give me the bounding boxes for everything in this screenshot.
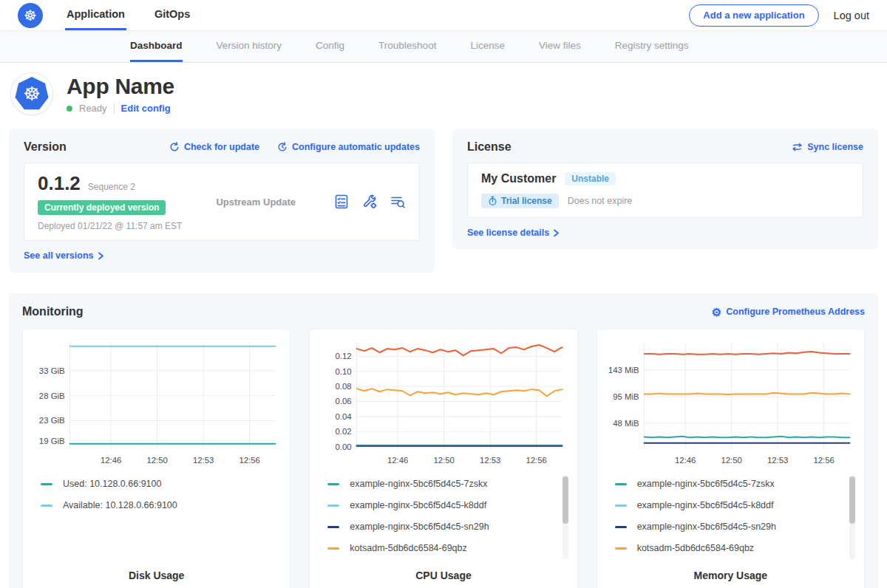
scrollbar-thumb[interactable] [849, 476, 855, 524]
legend-swatch [327, 526, 339, 528]
check-for-update-button[interactable]: Check for update [169, 142, 259, 152]
svg-text:23 GiB: 23 GiB [39, 417, 65, 425]
legend-item: example-nginx-5bc6f5d4c5-sn29h [615, 516, 855, 538]
svg-text:0.08: 0.08 [336, 382, 352, 391]
legend-label: example-nginx-5bc6f5d4c5-sn29h [350, 522, 489, 532]
legend-label: example-nginx-5bc6f5d4c5-k8ddf [637, 500, 774, 510]
chart-plot: 0.000.020.040.060.080.100.1212:4612:5012… [319, 338, 568, 468]
version-card: Version Check for update Configure autom… [9, 129, 435, 273]
svg-text:12:46: 12:46 [101, 456, 122, 465]
subnav-tab-version-history[interactable]: Version history [217, 31, 282, 62]
configure-prometheus-button[interactable]: ⚙ Configure Prometheus Address [712, 307, 865, 318]
svg-text:12:46: 12:46 [675, 456, 696, 465]
subnav-tab-troubleshoot[interactable]: Troubleshoot [378, 31, 436, 62]
app-icon: ☸ [10, 72, 53, 115]
svg-text:12:53: 12:53 [767, 456, 789, 465]
legend-swatch [615, 547, 627, 550]
svg-text:143 MiB: 143 MiB [608, 366, 639, 375]
configure-automatic-updates-button[interactable]: Configure automatic updates [277, 142, 420, 152]
edit-config-link[interactable]: Edit config [121, 103, 171, 114]
chart-title: Memory Usage [606, 562, 855, 581]
subnav-tab-dashboard[interactable]: Dashboard [130, 31, 183, 62]
subnav-tab-license[interactable]: License [470, 31, 505, 62]
version-number: 0.1.2 [38, 172, 81, 195]
topnav-tabs: ApplicationGitOps [65, 0, 191, 30]
svg-text:0.12: 0.12 [336, 352, 352, 360]
upstream-update-label: Upstream Update [216, 196, 333, 208]
view-logs-icon[interactable] [390, 194, 406, 210]
legend-swatch [615, 526, 627, 528]
legend-item: example-nginx-5bc6f5d4c5-sn29h [327, 516, 568, 538]
app-header: ☸ App Name Ready Edit config [0, 63, 887, 124]
legend-scrollbar[interactable] [849, 475, 855, 559]
license-expiry: Does not expire [568, 196, 633, 206]
chart-title: Disk Usage [32, 562, 281, 581]
gear-icon: ⚙ [712, 307, 721, 318]
monitoring-title: Monitoring [22, 305, 84, 318]
memory-usage-chart-card: 48 MiB95 MiB143 MiB12:4612:5012:5312:56 … [597, 329, 865, 588]
channel-badge: Unstable [565, 172, 616, 185]
chart-plot: 48 MiB95 MiB143 MiB12:4612:5012:5312:56 [606, 338, 855, 468]
legend-scrollbar[interactable] [563, 475, 568, 559]
trial-license-badge: Trial license [481, 194, 559, 208]
svg-text:0.04: 0.04 [336, 412, 352, 421]
app-sub-nav: DashboardVersion historyConfigTroublesho… [0, 31, 887, 63]
chart-legend: example-nginx-5bc6f5d4c5-7zskxexample-ng… [606, 474, 855, 562]
stopwatch-icon [488, 196, 497, 206]
svg-text:33 GiB: 33 GiB [39, 366, 65, 375]
version-card-title: Version [24, 140, 67, 154]
topnav-tab-gitops[interactable]: GitOps [153, 0, 191, 30]
scrollbar-thumb[interactable] [563, 476, 568, 524]
legend-item: Used: 10.128.0.66:9100 [41, 474, 281, 495]
current-version-card: 0.1.2 Sequence 2 Currently deployed vers… [24, 163, 420, 241]
chart-canvas: 0.000.020.040.060.080.100.1212:4612:5012… [319, 338, 568, 468]
page-title: App Name [67, 74, 174, 98]
svg-text:12:50: 12:50 [721, 456, 742, 465]
legend-label: example-nginx-5bc6f5d4c5-k8ddf [350, 500, 486, 510]
legend-label: Available: 10.128.0.66:9100 [63, 500, 177, 510]
subnav-tab-registry-settings[interactable]: Registry settings [615, 31, 689, 62]
svg-text:95 MiB: 95 MiB [613, 392, 639, 401]
legend-swatch [41, 505, 52, 507]
add-new-application-button[interactable]: Add a new application [689, 4, 818, 27]
chart-legend: Used: 10.128.0.66:9100Available: 10.128.… [32, 474, 281, 562]
svg-text:48 MiB: 48 MiB [613, 419, 639, 428]
top-nav: ☸ ApplicationGitOps Add a new applicatio… [0, 0, 887, 31]
customer-name: My Customer [481, 172, 556, 185]
see-license-details-link[interactable]: See license details [467, 228, 863, 238]
chevron-right-icon [98, 252, 104, 260]
legend-label: kotsadm-5db6dc6584-69qbz [350, 543, 466, 553]
subnav-tab-config[interactable]: Config [316, 31, 344, 62]
svg-text:12:53: 12:53 [193, 456, 214, 465]
sync-license-button[interactable]: Sync license [792, 142, 863, 152]
see-all-versions-link[interactable]: See all versions [24, 250, 420, 261]
legend-label: example-nginx-5bc6f5d4c5-sn29h [637, 522, 776, 532]
disk-usage-chart-card: 19 GiB23 GiB28 GiB33 GiB12:4612:5012:531… [22, 329, 290, 588]
currently-deployed-badge: Currently deployed version [38, 200, 166, 215]
monitoring-section: Monitoring ⚙ Configure Prometheus Addres… [9, 293, 878, 588]
preflight-checks-icon[interactable] [333, 194, 350, 210]
logout-button[interactable]: Log out [834, 10, 869, 21]
subnav-tab-view-files[interactable]: View files [539, 31, 581, 62]
sync-arrows-icon [792, 142, 803, 152]
chart-plot: 19 GiB23 GiB28 GiB33 GiB12:4612:5012:531… [32, 338, 281, 468]
svg-text:12:56: 12:56 [813, 456, 835, 465]
legend-item: Available: 10.128.0.66:9100 [41, 495, 281, 516]
svg-text:28 GiB: 28 GiB [39, 392, 65, 400]
kubernetes-wheel-icon: ☸ [15, 77, 49, 111]
divider [114, 103, 115, 114]
license-card-title: License [467, 140, 512, 154]
license-info-card: My Customer Unstable Trial license Does … [467, 163, 863, 218]
legend-swatch [41, 483, 52, 485]
config-wrench-icon[interactable] [361, 194, 378, 210]
chevron-right-icon [553, 229, 560, 237]
chart-title: CPU Usage [319, 562, 568, 581]
topnav-tab-application[interactable]: Application [65, 0, 126, 30]
legend-item: kotsadm-5db6dc6584-69qbz [327, 538, 568, 559]
legend-item: example-nginx-5bc6f5d4c5-k8ddf [327, 495, 568, 516]
svg-text:12:50: 12:50 [146, 456, 168, 465]
version-sequence: Sequence 2 [88, 182, 135, 192]
svg-text:0.02: 0.02 [336, 427, 352, 436]
svg-text:12:56: 12:56 [526, 456, 548, 465]
version-info: 0.1.2 Sequence 2 Currently deployed vers… [38, 172, 182, 231]
